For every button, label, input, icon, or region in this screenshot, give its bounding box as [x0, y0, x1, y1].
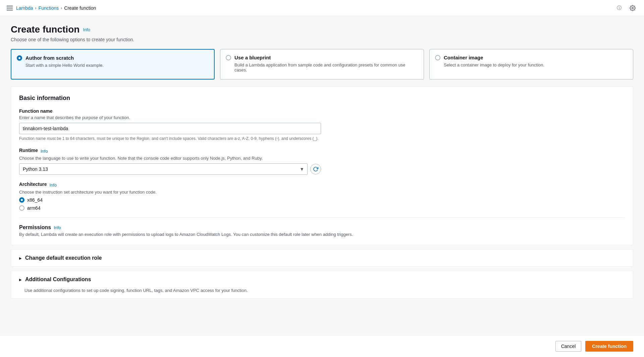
top-navigation: Lambda › Functions › Create function ⓘ — [0, 0, 644, 16]
architecture-desc: Choose the instruction set architecture … — [19, 190, 625, 195]
function-name-group: Function name Enter a name that describe… — [19, 108, 625, 141]
function-name-desc: Enter a name that describes the purpose … — [19, 115, 625, 120]
additional-configs-panel: ▶ Additional Configurations Use addition… — [11, 271, 633, 299]
breadcrumb-sep-2: › — [61, 6, 62, 10]
settings-nav-icon[interactable] — [628, 3, 637, 13]
change-execution-role-header[interactable]: ▶ Change default execution role — [11, 250, 633, 266]
option-cards-container: Author from scratch Start with a simple … — [11, 49, 633, 80]
runtime-label: Runtime — [19, 148, 38, 153]
info-nav-icon[interactable]: ⓘ — [614, 3, 624, 13]
nav-left: Lambda › Functions › Create function — [7, 5, 96, 11]
permissions-label: Permissions — [19, 224, 51, 231]
permissions-info-link[interactable]: Info — [54, 225, 61, 230]
runtime-refresh-button[interactable] — [310, 164, 321, 174]
option-card-desc-0: Start with a simple Hello World example. — [25, 63, 209, 68]
architecture-radio-group: x86_64 arm64 — [19, 197, 625, 211]
function-name-hint: Function name must be 1 to 64 characters… — [19, 136, 625, 141]
svg-point-0 — [632, 7, 634, 9]
architecture-x86-option[interactable]: x86_64 — [19, 197, 625, 203]
basic-info-panel: Basic information Function name Enter a … — [11, 86, 633, 245]
architecture-info-link[interactable]: Info — [49, 183, 57, 188]
page-header: Create function Info — [11, 24, 633, 35]
radio-container-image[interactable] — [435, 55, 440, 60]
cancel-button[interactable]: Cancel — [555, 341, 582, 352]
option-card-title-2: Container image — [444, 55, 483, 60]
architecture-arm64-option[interactable]: arm64 — [19, 205, 625, 211]
option-card-title-0: Author from scratch — [25, 55, 74, 61]
permissions-section: Permissions Info By default, Lambda will… — [19, 224, 625, 237]
page-content: Create function Info Choose one of the f… — [0, 16, 644, 334]
runtime-select-wrapper: Python 3.13 Python 3.12 Python 3.11 Node… — [19, 163, 308, 175]
breadcrumb-sep-1: › — [35, 6, 37, 10]
menu-icon[interactable] — [7, 5, 13, 11]
change-execution-role-chevron: ▶ — [19, 256, 22, 260]
page-title: Create function — [11, 24, 79, 35]
additional-configs-desc: Use additional configurations to set up … — [11, 288, 633, 298]
permissions-title-row: Permissions Info — [19, 224, 625, 231]
page-footer: Cancel Create function — [0, 335, 644, 357]
option-card-title-1: Use a blueprint — [234, 55, 271, 60]
architecture-group: Architecture Info Choose the instruction… — [19, 182, 625, 211]
change-execution-role-panel: ▶ Change default execution role — [11, 249, 633, 267]
option-card-header-0: Author from scratch — [17, 55, 209, 61]
runtime-row: Python 3.13 Python 3.12 Python 3.11 Node… — [19, 163, 321, 175]
option-card-header-2: Container image — [435, 55, 628, 60]
runtime-info-link[interactable]: Info — [41, 149, 48, 154]
radio-x86[interactable] — [19, 197, 24, 203]
architecture-label: Architecture — [19, 182, 47, 187]
breadcrumb: Lambda › Functions › Create function — [16, 5, 96, 11]
option-card-header-1: Use a blueprint — [226, 55, 418, 60]
radio-use-a-blueprint[interactable] — [226, 55, 231, 60]
radio-x86-label: x86_64 — [27, 197, 43, 203]
runtime-desc: Choose the language to use to write your… — [19, 156, 625, 161]
function-name-input[interactable] — [19, 123, 321, 134]
runtime-group: Runtime Info Choose the language to use … — [19, 148, 625, 175]
radio-author-from-scratch[interactable] — [17, 55, 22, 61]
option-card-use-a-blueprint[interactable]: Use a blueprint Build a Lambda applicati… — [220, 49, 424, 80]
architecture-label-row: Architecture Info — [19, 182, 625, 188]
breadcrumb-lambda[interactable]: Lambda — [16, 5, 33, 11]
radio-arm64[interactable] — [19, 205, 24, 211]
permissions-desc: By default, Lambda will create an execut… — [19, 232, 625, 237]
breadcrumb-current: Create function — [64, 5, 96, 11]
option-card-container-image[interactable]: Container image Select a container image… — [429, 49, 633, 80]
option-card-desc-2: Select a container image to deploy for y… — [444, 62, 628, 67]
basic-info-title: Basic information — [19, 95, 625, 102]
divider-permissions — [19, 217, 625, 218]
additional-configs-chevron: ▶ — [19, 278, 22, 282]
page-subtitle: Choose one of the following options to c… — [11, 37, 633, 42]
additional-configs-header[interactable]: ▶ Additional Configurations — [11, 271, 633, 288]
page-info-link[interactable]: Info — [83, 27, 90, 32]
change-execution-role-title: Change default execution role — [25, 255, 102, 261]
nav-right: ⓘ — [614, 3, 637, 13]
option-card-desc-1: Build a Lambda application from sample c… — [234, 62, 418, 72]
runtime-label-row: Runtime Info — [19, 148, 625, 154]
breadcrumb-functions[interactable]: Functions — [39, 5, 59, 11]
additional-configs-title: Additional Configurations — [25, 276, 91, 283]
option-card-author-from-scratch[interactable]: Author from scratch Start with a simple … — [11, 49, 215, 80]
create-function-button[interactable]: Create function — [585, 341, 633, 352]
radio-arm64-label: arm64 — [27, 205, 41, 211]
runtime-select[interactable]: Python 3.13 Python 3.12 Python 3.11 Node… — [19, 163, 308, 175]
function-name-label: Function name — [19, 108, 625, 114]
